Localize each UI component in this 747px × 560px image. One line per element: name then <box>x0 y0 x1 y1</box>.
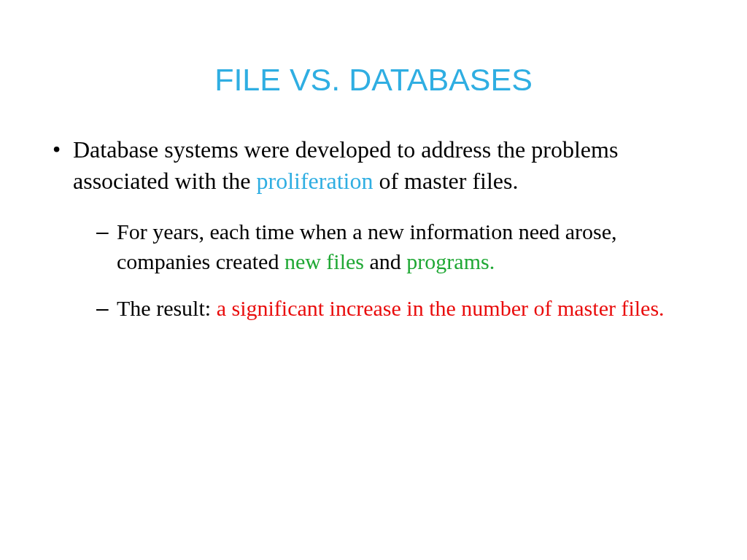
slide-title: FILE VS. DATABASES <box>36 62 711 98</box>
bullet-level1: Database systems were developed to addre… <box>58 134 711 197</box>
text-highlight-red: a significant increase in the number of … <box>217 296 665 320</box>
bullet-level2: The result: a significant increase in th… <box>101 294 711 324</box>
text-segment: The result: <box>117 296 217 320</box>
text-segment: and <box>364 249 406 273</box>
slide-container: FILE VS. DATABASES Database systems were… <box>0 0 747 560</box>
text-highlight-green: new files <box>285 249 364 273</box>
text-segment: of master files. <box>373 168 518 194</box>
text-highlight-green: programs. <box>406 249 495 273</box>
text-highlight-blue: proliferation <box>256 168 373 194</box>
bullet-level2: For years, each time when a new informat… <box>101 217 711 276</box>
